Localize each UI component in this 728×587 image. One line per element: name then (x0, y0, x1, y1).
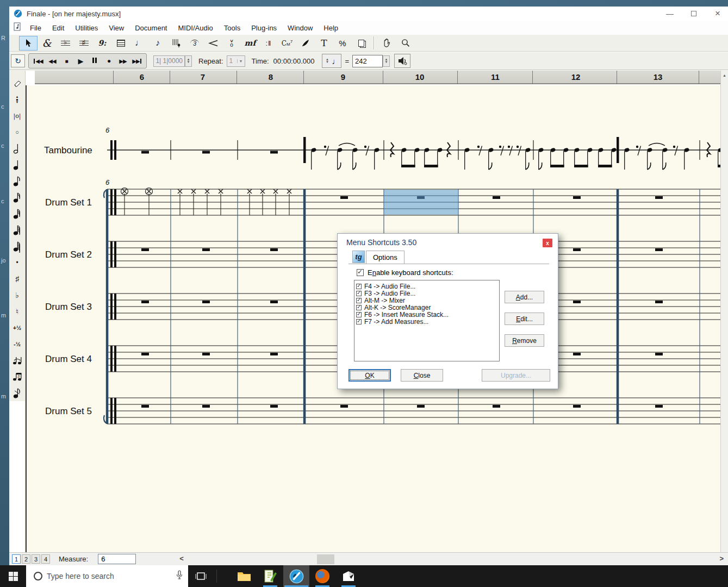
vertical-scrollbar[interactable]: ▲ (720, 71, 728, 552)
enable-shortcuts-row[interactable]: Enable keyboard shortcuts: (357, 268, 453, 277)
repeat-dropdown[interactable]: 1▼ (227, 55, 245, 67)
quarter-note-icon[interactable] (9, 157, 25, 173)
measure-tool[interactable] (111, 36, 130, 51)
add-button[interactable]: Add... (505, 291, 544, 303)
shortcut-list-item[interactable]: F3 -> Audio File... (356, 290, 497, 297)
onetwentyeighth-note-icon[interactable] (9, 238, 25, 254)
microphone-icon[interactable] (176, 570, 183, 582)
rewind-button[interactable]: ◀◀ (45, 55, 59, 67)
ok-button[interactable]: OK (349, 369, 391, 382)
skip-to-end-button[interactable]: ▶▶ (130, 55, 144, 67)
stop-button[interactable]: ■ (59, 55, 73, 67)
menu-tools[interactable]: Tools (219, 22, 246, 34)
shortcut-checkbox[interactable] (356, 319, 362, 324)
shortcut-list-item[interactable]: F7 -> Add Measures... (356, 318, 497, 325)
fast-forward-button[interactable]: ▶▶ (116, 55, 130, 67)
half-step-down-icon[interactable]: -½ (9, 336, 25, 352)
graphics-tool[interactable] (352, 36, 370, 51)
view-page-button-4[interactable]: 4 (41, 554, 50, 564)
dialog-close-button[interactable]: x (543, 239, 552, 247)
smart-shape-tool[interactable] (204, 36, 222, 51)
scroll-left-arrow[interactable]: < (179, 554, 184, 563)
expression-tool[interactable]: mf (241, 36, 259, 51)
play-button[interactable]: ▶ (73, 55, 88, 67)
menu-document[interactable]: Document (129, 22, 172, 34)
shortcut-list-item[interactable]: Alt-K -> ScoreManager (356, 304, 497, 311)
scroll-right-arrow[interactable]: > (719, 554, 724, 563)
staff-tool[interactable]: & (38, 36, 56, 51)
eighth-note-icon[interactable] (9, 173, 25, 189)
menu-plug-ins[interactable]: Plug-ins (246, 22, 282, 34)
selection-tool[interactable] (19, 36, 38, 51)
menu-file[interactable]: File (24, 22, 47, 34)
firefox-button[interactable] (309, 565, 335, 587)
mirror-tool[interactable]: % (333, 36, 352, 51)
hand-grabber-tool[interactable] (378, 36, 396, 51)
shortcuts-listbox[interactable]: F4 -> Audio File...F3 -> Audio File...Al… (354, 280, 500, 361)
minimize-button[interactable]: — (665, 9, 675, 18)
half-note-icon[interactable] (9, 140, 25, 157)
sixteenth-note-icon[interactable] (9, 189, 25, 205)
tie-icon[interactable] (9, 352, 25, 369)
grace-note-icon[interactable] (9, 385, 25, 401)
menu-view[interactable]: View (103, 22, 129, 34)
title-bar[interactable]: Finale - [on her majesty.musx] — × (9, 7, 728, 21)
repeat-tool[interactable]: :‖ (259, 36, 278, 51)
file-explorer-button[interactable] (231, 565, 257, 587)
search-input[interactable] (42, 572, 176, 580)
tab-options[interactable]: Options (366, 251, 405, 264)
view-page-button-3[interactable]: 3 (32, 554, 40, 564)
thirtysecond-note-icon[interactable] (9, 205, 25, 222)
augmentation-dot-icon[interactable]: • (9, 254, 25, 271)
double-whole-note-icon[interactable]: |o| (9, 108, 25, 124)
editor-app-button[interactable] (257, 565, 283, 587)
edit-button[interactable]: Edit... (505, 313, 544, 325)
speedy-entry-tool[interactable]: ♪ (148, 36, 167, 51)
shortcut-checkbox[interactable] (356, 291, 362, 296)
tuplet-icon[interactable]: 3 (9, 369, 25, 385)
horizontal-scrollbar[interactable]: < > (136, 553, 728, 565)
measure-ruler[interactable]: 67891011121314 (35, 71, 728, 84)
whole-note-icon[interactable]: ○ (9, 124, 25, 140)
menu-utilities[interactable]: Utilities (70, 22, 103, 34)
maximize-button[interactable] (689, 9, 699, 18)
task-view-button[interactable] (188, 565, 214, 587)
scroll-up-arrow[interactable]: ▲ (721, 71, 728, 77)
loop-playback-button[interactable]: ↻ (11, 54, 25, 67)
shortcut-checkbox[interactable] (356, 312, 362, 317)
view-page-button-2[interactable]: 2 (22, 554, 30, 564)
shortcut-list-item[interactable]: F4 -> Audio File... (356, 283, 497, 290)
sixtyfourth-note-icon[interactable] (9, 222, 25, 238)
menu-help[interactable]: Help (318, 22, 344, 34)
eraser-icon[interactable] (9, 75, 25, 91)
measure-input[interactable] (98, 554, 136, 564)
shortcut-checkbox[interactable] (356, 284, 362, 289)
tuplet-tool[interactable]: 3 (185, 36, 204, 51)
shortcut-checkbox[interactable] (356, 298, 362, 303)
pause-button[interactable] (88, 55, 102, 67)
simple-entry-tool[interactable]: ♩ (130, 36, 148, 51)
hyperscribe-tool[interactable] (167, 36, 185, 51)
shortcut-list-item[interactable]: Alt-M -> Mixer (356, 297, 497, 304)
tempo-input[interactable] (352, 55, 383, 67)
position-spinner[interactable]: ▲▼ (185, 55, 192, 67)
half-step-up-icon[interactable]: +½ (9, 320, 25, 336)
finale-taskbar-button[interactable] (283, 565, 309, 587)
start-button[interactable] (0, 565, 26, 587)
natural-icon[interactable]: ♮ (9, 303, 25, 320)
upgrade-button[interactable]: Upgrade... (482, 369, 550, 382)
enable-shortcuts-checkbox[interactable] (357, 269, 364, 276)
taskbar-search[interactable] (26, 565, 188, 587)
skip-to-start-button[interactable]: ◀◀ (31, 55, 45, 67)
close-dialog-button[interactable]: Close (401, 369, 443, 382)
menu-midi-audio[interactable]: MIDI/Audio (172, 22, 218, 34)
tempo-spinner[interactable]: ▲▼ (383, 55, 390, 67)
articulation-tool[interactable]: >o (222, 36, 241, 51)
shortcut-list-item[interactable]: F6 -> Insert Measure Stack... (356, 311, 497, 318)
clef-tool[interactable]: 9: (93, 36, 111, 51)
mail-button[interactable] (335, 565, 362, 587)
sharp-icon[interactable]: ♯ (9, 271, 25, 287)
view-page-button-1[interactable]: 1 (12, 554, 21, 564)
key-signature-tool[interactable]: ♭ (56, 36, 74, 51)
lyrics-tool[interactable] (296, 36, 315, 51)
